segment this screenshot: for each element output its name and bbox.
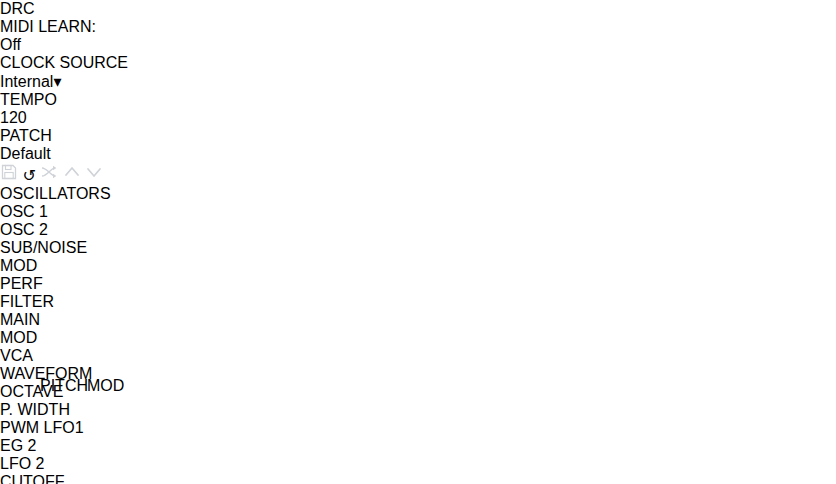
tempo-field: TEMPO 120 [0,91,836,127]
eg2-label: EG 2 [0,437,836,455]
chevron-down-icon[interactable] [85,163,103,181]
tempo-input[interactable]: 120 [0,109,836,127]
pwm-lfo1-label: PWM LFO1 [0,419,836,437]
tab-filter-main[interactable]: MAIN [0,311,275,329]
tab-osc1[interactable]: OSC 1 [0,203,303,221]
filter-title: FILTER [0,293,275,311]
pulse-width-label: P. WIDTH [0,401,836,419]
midi-learn-field: MIDI LEARN: Off [0,18,836,54]
oscillators-tabs: OSC 1 OSC 2 SUB/NOISE MOD PERF [0,203,303,293]
filter-tabs: MAIN MOD VCA [0,311,275,365]
lfo2-label: LFO 2 [0,455,836,473]
tab-filter-mod[interactable]: MOD [0,329,275,347]
patch-value[interactable]: Default [0,145,836,163]
oscillators-header: OSCILLATORS OSC 1 OSC 2 SUB/NOISE MOD PE… [0,185,303,293]
save-icon[interactable] [0,163,18,181]
undo-icon[interactable]: ↺ [22,167,35,184]
app-logo: DRC [0,0,836,18]
chevron-down-icon: ▾ [53,73,61,90]
desktop-background: DRC MIDI LEARN: Off CLOCK SOURCE Interna… [0,0,836,484]
drc-plugin-window: DRC MIDI LEARN: Off CLOCK SOURCE Interna… [0,0,836,484]
clock-source-select[interactable]: Internal▾ [0,72,836,91]
mod-wheel-label: MOD [87,377,124,395]
tab-filter-vca[interactable]: VCA [0,347,275,365]
clock-source-field: CLOCK SOURCE Internal▾ [0,54,836,91]
patch-field: PATCH Default [0,127,836,163]
tab-osc-mod[interactable]: MOD [0,257,303,275]
randomize-icon[interactable] [40,163,58,181]
tab-perf[interactable]: PERF [0,275,303,293]
clock-source-label: CLOCK SOURCE [0,54,836,72]
tab-osc2[interactable]: OSC 2 [0,221,303,239]
oscillators-title: OSCILLATORS [0,185,303,203]
midi-learn-value[interactable]: Off [0,36,836,54]
waveform-label: WAVEFORM [0,365,836,383]
cutoff-label: CUTOFF [0,473,836,484]
tempo-label: TEMPO [0,91,836,109]
chevron-up-icon[interactable] [63,163,81,181]
filter-header: FILTER MAIN MOD VCA [0,293,275,365]
pitch-wheel-label: PITCH [40,377,88,395]
patch-label: PATCH [0,127,836,145]
midi-learn-label: MIDI LEARN: [0,18,836,36]
tab-sub-noise[interactable]: SUB/NOISE [0,239,303,257]
clock-source-value: Internal [0,73,53,90]
titlebar-actions: ↺ [0,163,836,185]
octave-label: OCTAVE [0,383,836,401]
